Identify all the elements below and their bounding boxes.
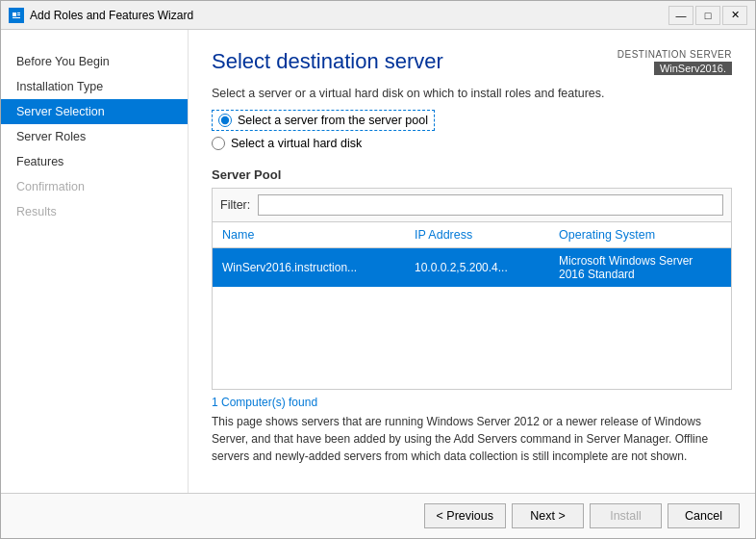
filter-input[interactable] <box>258 194 723 216</box>
svg-rect-3 <box>17 14 20 15</box>
sidebar-item-installation-type[interactable]: Installation Type <box>1 74 188 99</box>
svg-rect-4 <box>13 17 20 18</box>
next-button[interactable]: Next > <box>512 503 584 528</box>
sidebar: Before You Begin Installation Type Serve… <box>1 30 189 493</box>
cancel-button[interactable]: Cancel <box>668 503 740 528</box>
col-os[interactable]: Operating System <box>549 226 731 244</box>
svg-rect-2 <box>17 13 20 13</box>
previous-button[interactable]: < Previous <box>424 503 506 528</box>
server-pool-section: Server Pool Filter: Name IP Address Oper… <box>212 167 732 493</box>
col-ip[interactable]: IP Address <box>405 226 549 244</box>
server-pool-title: Server Pool <box>212 167 732 182</box>
page-title: Select destination server <box>212 49 443 74</box>
filter-row: Filter: <box>213 189 731 222</box>
table-header: Name IP Address Operating System <box>213 222 731 248</box>
filter-label: Filter: <box>220 198 250 212</box>
footer: < Previous Next > Install Cancel <box>1 493 755 538</box>
description-text: Select a server or a virtual hard disk o… <box>212 87 732 100</box>
found-count: 1 Computer(s) found <box>212 396 732 409</box>
table-row[interactable]: WinServ2016.instruction... 10.0.0.2,5.20… <box>213 248 731 287</box>
radio-server-pool-input[interactable] <box>218 114 232 127</box>
sidebar-item-features[interactable]: Features <box>1 149 188 174</box>
minimize-button[interactable]: — <box>668 6 693 25</box>
header-row: Select destination server DESTINATION SE… <box>212 49 732 75</box>
svg-rect-1 <box>13 13 16 16</box>
cell-os: Microsoft Windows Server 2016 Standard <box>549 252 731 283</box>
radio-group: Select a server from the server pool Sel… <box>212 110 732 156</box>
radio-virtual-disk[interactable]: Select a virtual hard disk <box>212 137 732 150</box>
content-area: Before You Begin Installation Type Serve… <box>1 30 755 493</box>
sidebar-item-confirmation: Confirmation <box>1 174 188 199</box>
maximize-button[interactable]: □ <box>695 6 720 25</box>
col-name[interactable]: Name <box>213 226 405 244</box>
title-bar-left: Add Roles and Features Wizard <box>9 8 193 23</box>
install-button: Install <box>590 503 662 528</box>
dest-server-label: DESTINATION SERVER <box>617 49 732 60</box>
pool-container: Filter: Name IP Address Operating System… <box>212 188 732 390</box>
sidebar-item-results: Results <box>1 199 188 224</box>
title-controls: — □ ✕ <box>668 6 747 25</box>
wizard-icon <box>9 8 24 23</box>
table-body: WinServ2016.instruction... 10.0.0.2,5.20… <box>213 248 731 389</box>
destination-server-info: DESTINATION SERVER WinServ2016. <box>617 49 732 75</box>
sidebar-item-before-you-begin[interactable]: Before You Begin <box>1 49 188 74</box>
main-content: Select destination server DESTINATION SE… <box>189 30 755 493</box>
info-text: This page shows servers that are running… <box>212 413 732 465</box>
close-button[interactable]: ✕ <box>722 6 747 25</box>
radio-server-pool[interactable]: Select a server from the server pool <box>212 110 435 131</box>
sidebar-item-server-selection[interactable]: Server Selection <box>1 99 188 124</box>
cell-name: WinServ2016.instruction... <box>213 259 405 276</box>
title-bar: Add Roles and Features Wizard — □ ✕ <box>1 1 755 30</box>
dest-server-value: WinServ2016. <box>654 62 732 75</box>
window-title: Add Roles and Features Wizard <box>30 9 193 22</box>
sidebar-item-server-roles[interactable]: Server Roles <box>1 124 188 149</box>
wizard-window: Add Roles and Features Wizard — □ ✕ Befo… <box>0 0 756 539</box>
radio-virtual-disk-input[interactable] <box>212 137 225 150</box>
cell-ip: 10.0.0.2,5.200.4... <box>405 259 549 276</box>
